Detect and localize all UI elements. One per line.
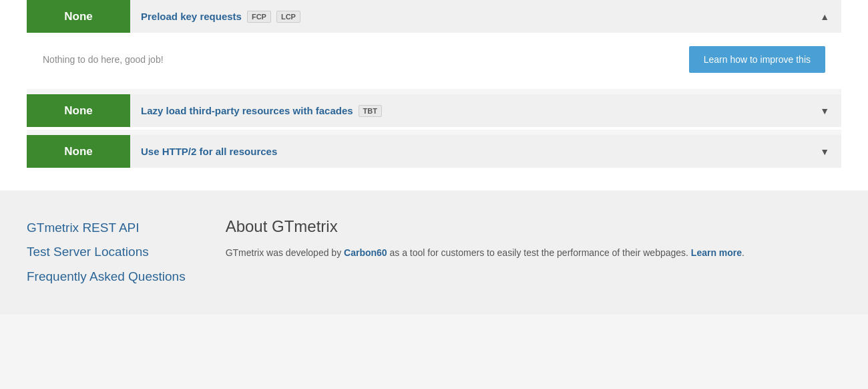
- audit-row-preload: None Preload key requests FCP LCP Nothin…: [27, 0, 841, 86]
- learn-button-preload[interactable]: Learn how to improve this: [689, 46, 825, 73]
- audit-badge-http2: None: [27, 135, 130, 168]
- footer-link-locations[interactable]: Test Server Locations: [27, 241, 186, 263]
- audit-title-text-http2: Use HTTP/2 for all resources: [141, 146, 277, 157]
- audit-badge-facades: None: [27, 94, 130, 127]
- chevron-down-icon-facades: [820, 104, 829, 118]
- footer-about-carbon60-link[interactable]: Carbon60: [344, 247, 387, 258]
- audit-tag-tbt: TBT: [359, 105, 382, 117]
- audit-expanded-preload: Nothing to do here, good job! Learn how …: [27, 33, 841, 86]
- footer-link-faq[interactable]: Frequently Asked Questions: [27, 266, 186, 287]
- audit-title-text-preload: Preload key requests: [141, 11, 242, 22]
- audit-badge-preload: None: [27, 0, 130, 33]
- audit-chevron-preload[interactable]: [808, 0, 841, 33]
- chevron-up-icon: [820, 9, 829, 23]
- audit-title-facades: Lazy load third-party resources with fac…: [130, 94, 808, 127]
- audit-title-preload: Preload key requests FCP LCP: [130, 0, 808, 33]
- audit-title-http2: Use HTTP/2 for all resources: [130, 135, 808, 168]
- footer-about-description: GTmetrix was developed by Carbon60 as a …: [226, 245, 841, 260]
- audit-tag-lcp: LCP: [276, 11, 300, 23]
- audit-row-http2: None Use HTTP/2 for all resources: [27, 135, 841, 168]
- footer-link-api[interactable]: GTmetrix REST API: [27, 217, 186, 239]
- footer-about-title: About GTmetrix: [226, 217, 841, 236]
- footer-about: About GTmetrix GTmetrix was developed by…: [226, 217, 841, 287]
- audit-row-header-facades[interactable]: None Lazy load third-party resources wit…: [27, 94, 841, 127]
- audit-row-header-http2[interactable]: None Use HTTP/2 for all resources: [27, 135, 841, 168]
- audit-tag-fcp: FCP: [247, 11, 271, 23]
- footer-about-learn-more-link[interactable]: Learn more: [691, 247, 742, 258]
- audit-chevron-http2[interactable]: [808, 135, 841, 168]
- audit-chevron-facades[interactable]: [808, 94, 841, 127]
- audit-row-header-preload[interactable]: None Preload key requests FCP LCP: [27, 0, 841, 33]
- audit-list: None Preload key requests FCP LCP Nothin…: [0, 0, 868, 190]
- audit-title-text-facades: Lazy load third-party resources with fac…: [141, 105, 353, 116]
- audit-row-facades: None Lazy load third-party resources wit…: [27, 94, 841, 127]
- audit-expanded-text-preload: Nothing to do here, good job!: [43, 54, 164, 65]
- chevron-down-icon-http2: [820, 144, 829, 158]
- footer-about-text-before: GTmetrix was developed by: [226, 247, 344, 258]
- footer-links: GTmetrix REST API Test Server Locations …: [27, 217, 186, 287]
- footer: GTmetrix REST API Test Server Locations …: [0, 190, 868, 314]
- footer-about-text-after: .: [742, 247, 744, 258]
- footer-about-text-middle: as a tool for customers to easily test t…: [387, 247, 691, 258]
